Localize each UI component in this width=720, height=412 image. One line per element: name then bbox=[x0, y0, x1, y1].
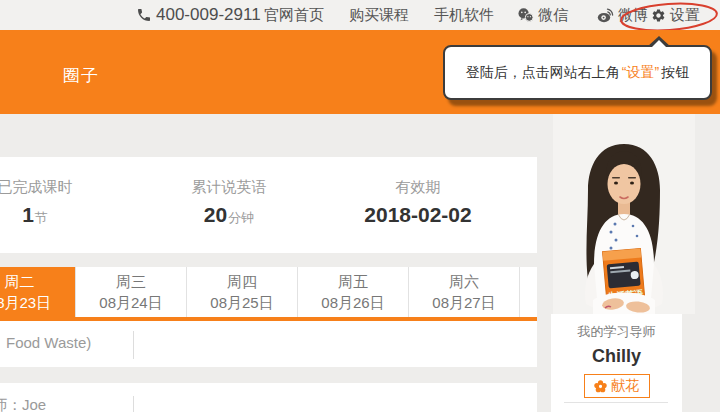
tabbar-filler bbox=[519, 267, 537, 317]
tab-day-fri[interactable]: 周五 08月26日 bbox=[297, 267, 408, 317]
stat-expiry-date: 有效期 2018-02-02 bbox=[338, 157, 498, 227]
stat-completed-value: 1 bbox=[22, 203, 34, 226]
phone-number-text: 400-009-2911 bbox=[156, 5, 261, 25]
tooltip-text-after: 按钮 bbox=[661, 64, 689, 82]
schedule-tabbar: 周二 08月23日 周三 08月24日 周四 08月25日 周五 08月26日 … bbox=[0, 267, 537, 321]
teacher-card: 我的学习导师 Chilly 献花 bbox=[551, 314, 682, 412]
row-divider bbox=[133, 331, 134, 359]
topbar: 400-009-2911 官网首页 购买课程 手机软件 微信 bbox=[0, 0, 720, 30]
stat-speaking-minutes: 累计说英语 20分钟 bbox=[149, 157, 309, 227]
wechat-icon bbox=[517, 7, 534, 23]
flower-icon bbox=[594, 380, 607, 393]
page-title: 圈子 bbox=[63, 64, 99, 87]
flower-button-label: 献花 bbox=[611, 377, 639, 395]
phone-icon bbox=[136, 7, 152, 23]
nav-home[interactable]: 官网首页 bbox=[264, 0, 324, 30]
teacher-label: 我的学习导师 bbox=[551, 323, 682, 341]
stat-expiry-value: 2018-02-02 bbox=[364, 203, 471, 226]
card-divider bbox=[564, 402, 668, 403]
stat-speaking-value: 20 bbox=[204, 203, 227, 226]
nav-buy-courses[interactable]: 购买课程 bbox=[349, 0, 409, 30]
tab-day-wed[interactable]: 周三 08月24日 bbox=[75, 267, 186, 317]
teacher-name: Chilly bbox=[551, 346, 682, 367]
tab-day-tue[interactable]: 周二 08月23日 bbox=[0, 267, 75, 317]
course-row: 师：Joe bbox=[0, 383, 537, 412]
stats-card: 已完成课时 1节 累计说英语 20分钟 有效期 2018-02-02 bbox=[0, 157, 537, 253]
settings-tooltip: 登陆后，点击网站右上角 “设置” 按钮 bbox=[443, 45, 712, 100]
nav-settings[interactable]: 设置 bbox=[651, 0, 700, 30]
teacher-row-truncated: 师：Joe bbox=[0, 396, 46, 412]
page: 400-009-2911 官网首页 购买课程 手机软件 微信 bbox=[0, 0, 720, 412]
nav-wechat[interactable]: 微信 bbox=[517, 0, 568, 30]
nav-mobile-app[interactable]: 手机软件 bbox=[434, 0, 494, 30]
tab-day-thu[interactable]: 周四 08月25日 bbox=[186, 267, 297, 317]
nav-weibo[interactable]: 微博 bbox=[597, 0, 648, 30]
tab-day-sat[interactable]: 周六 08月27日 bbox=[408, 267, 519, 317]
teacher-photo: 生活英语 bbox=[553, 114, 695, 314]
phone-number: 400-009-2911 bbox=[136, 0, 261, 30]
tooltip-highlight: “设置” bbox=[622, 64, 659, 82]
course-row: Food Waste) bbox=[0, 321, 537, 367]
row-divider bbox=[133, 396, 134, 412]
gear-icon bbox=[651, 8, 666, 23]
course-title-truncated: Food Waste) bbox=[6, 334, 91, 351]
tooltip-text-before: 登陆后，点击网站右上角 bbox=[466, 64, 620, 82]
weibo-icon bbox=[597, 7, 614, 23]
stat-completed-lessons: 已完成课时 1节 bbox=[0, 157, 115, 227]
give-flower-button[interactable]: 献花 bbox=[584, 374, 650, 398]
